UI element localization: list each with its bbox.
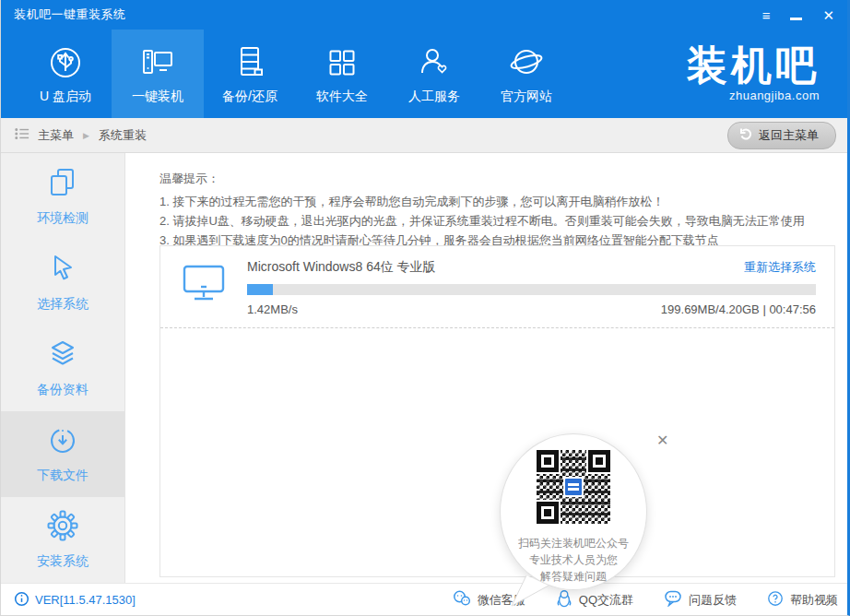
sidebar-label: 环境检测 (37, 210, 89, 227)
sidebar-label: 备份资料 (37, 382, 89, 398)
download-panel: Microsoft Windows8 64位 专业版 重新选择系统 1.42MB… (159, 245, 835, 577)
popup-close-icon[interactable]: ✕ (656, 432, 668, 449)
nav-item-backup-restore[interactable]: 备份/还原 (204, 30, 296, 118)
nav-item-one-key-install[interactable]: 一键装机 (112, 30, 204, 118)
qr-caption-line: 专业技术人员为您 (518, 551, 629, 568)
qr-center-logo (563, 477, 584, 497)
sidebar-label: 安装系统 (37, 553, 89, 570)
layers-backup-icon (46, 338, 79, 374)
sidebar-item-env-check[interactable]: 环境检测 (1, 153, 124, 239)
gear-icon (46, 509, 79, 546)
app-window: 装机吧一键重装系统 ≡ ✕ U 盘启动 (0, 0, 850, 616)
reselect-system-link[interactable]: 重新选择系统 (744, 259, 816, 276)
brand-logo: 装机吧 zhuangjiba.com (687, 45, 820, 102)
qr-code (534, 447, 613, 527)
brand-logo-text: 装机吧 (687, 45, 820, 86)
sidebar-label: 选择系统 (37, 296, 89, 313)
download-details: Microsoft Windows8 64位 专业版 重新选择系统 1.42MB… (247, 259, 816, 316)
status-bar: VER[11.5.47.1530] 微信客服 (1, 583, 847, 616)
qr-caption-line: 扫码关注装机吧公众号 (518, 535, 629, 551)
version-info: VER[11.5.47.1530] (14, 591, 136, 610)
footer-link-label: 问题反馈 (689, 592, 737, 609)
minimize-bar (790, 18, 802, 20)
download-circle-icon (46, 423, 79, 460)
feedback-bubble-icon (664, 589, 682, 610)
nav-item-website[interactable]: 官方网站 (480, 30, 573, 118)
person-service-icon (415, 43, 454, 82)
nav-label: 一键装机 (132, 89, 183, 105)
main-body: 环境检测 选择系统 备份资料 (1, 153, 847, 583)
apps-grid-icon (323, 43, 361, 82)
nav-item-service[interactable]: 人工服务 (388, 30, 480, 118)
brand-logo-domain: zhuangjiba.com (687, 89, 820, 102)
backup-restore-icon (230, 43, 269, 82)
download-speed: 1.42MB/s (247, 302, 298, 316)
back-to-menu-label: 返回主菜单 (759, 127, 819, 144)
os-name: Microsoft Windows8 64位 专业版 (247, 259, 436, 276)
menu-icon[interactable]: ≡ (762, 8, 771, 22)
close-icon[interactable]: ✕ (822, 8, 834, 22)
minimize-icon[interactable] (790, 8, 802, 22)
sidebar-item-select-system[interactable]: 选择系统 (1, 239, 124, 325)
sidebar-item-download-files[interactable]: 下载文件 (1, 411, 124, 497)
version-text: VER[11.5.47.1530] (35, 593, 136, 607)
sidebar-label: 下载文件 (37, 468, 89, 484)
footer-link-label: QQ交流群 (579, 592, 633, 609)
usb-icon (46, 43, 85, 82)
breadcrumb-root[interactable]: 主菜单 (38, 127, 74, 144)
title-bar: 装机吧一键重装系统 ≡ ✕ (1, 0, 847, 30)
window-controls: ≡ ✕ (762, 8, 834, 22)
footer-link-feedback[interactable]: 问题反馈 (664, 589, 737, 611)
env-check-icon (46, 166, 79, 203)
footer-link-label: 帮助视频 (790, 592, 838, 609)
content-area: 温馨提示： 1. 接下来的过程无需您的干预，程序会帮助您自动完成剩下的步骤，您可… (125, 153, 847, 583)
step-sidebar: 环境检测 选择系统 备份资料 (1, 153, 125, 583)
download-stats: 199.69MB/4.20GB | 00:47:56 (661, 302, 816, 316)
qr-finder-square (537, 450, 559, 472)
window-title: 装机吧一键重装系统 (14, 6, 126, 23)
computer-icon (138, 43, 177, 82)
nav-label: 人工服务 (408, 89, 460, 105)
qr-finder-square (537, 502, 559, 524)
tips-title: 温馨提示： (159, 171, 832, 187)
nav-label: U 盘启动 (40, 89, 91, 105)
footer-link-help[interactable]: 帮助视频 (767, 589, 838, 611)
monitor-icon (181, 263, 227, 307)
breadcrumb: 主菜单 ▶ 系统重装 返回主菜单 (1, 118, 847, 153)
qr-popup: 扫码关注装机吧公众号 专业技术人员为您 解答疑难问题 (500, 433, 647, 590)
menu-list-icon (14, 126, 30, 145)
nav-label: 软件大全 (316, 89, 368, 105)
sidebar-item-backup-data[interactable]: 备份资料 (1, 325, 124, 410)
back-to-menu-button[interactable]: 返回主菜单 (727, 122, 836, 149)
help-question-icon (767, 590, 784, 610)
nav-item-software[interactable]: 软件大全 (296, 30, 388, 118)
nav-label: 官方网站 (501, 89, 552, 105)
progress-bar (247, 284, 816, 295)
progress-fill (247, 284, 273, 295)
tips-line-2: 2. 请拔掉U盘、移动硬盘，退出光驱内的光盘，并保证系统重装过程不断电。否则重装… (159, 211, 832, 231)
download-task-row: Microsoft Windows8 64位 专业版 重新选择系统 1.42MB… (160, 246, 834, 328)
qr-finder-square (588, 450, 610, 472)
undo-arrow-icon (738, 126, 752, 145)
info-icon (14, 591, 30, 610)
tips-block: 温馨提示： 1. 接下来的过程无需您的干预，程序会帮助您自动完成剩下的步骤，您可… (159, 171, 832, 250)
cursor-select-icon (46, 252, 79, 289)
globe-icon (507, 43, 546, 82)
sidebar-item-install-system[interactable]: 安装系统 (1, 497, 124, 583)
qr-popup-tail (508, 575, 550, 611)
footer-link-qq[interactable]: QQ交流群 (556, 589, 633, 611)
breadcrumb-current: 系统重装 (99, 127, 147, 144)
top-nav: U 盘启动 一键装机 备份/还原 (1, 30, 847, 118)
tips-line-1: 1. 接下来的过程无需您的干预，程序会帮助您自动完成剩下的步骤，您可以离开电脑稍… (159, 192, 832, 211)
breadcrumb-arrow-icon: ▶ (83, 131, 89, 140)
qq-icon (556, 589, 573, 611)
nav-label: 备份/还原 (222, 89, 277, 105)
nav-item-usb-boot[interactable]: U 盘启动 (19, 30, 112, 118)
wechat-icon (453, 590, 471, 610)
